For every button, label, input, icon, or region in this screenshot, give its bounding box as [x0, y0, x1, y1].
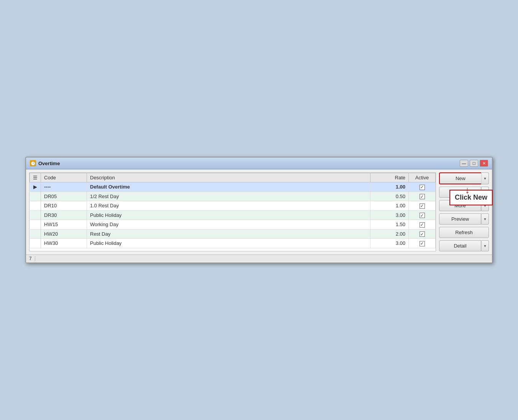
active-checkbox[interactable]: ✓ — [420, 231, 425, 237]
table-row[interactable]: ▶----Default Overtime1.00✓ — [30, 182, 436, 192]
active-cell: ✓ — [409, 239, 436, 248]
rate-cell: 1.50 — [370, 220, 409, 230]
rate-cell: 0.50 — [370, 192, 409, 201]
table-row[interactable]: DR051/2 Rest Day0.50✓ — [30, 192, 436, 201]
row-indicator — [30, 201, 41, 211]
refresh-button-group: Refresh — [439, 227, 489, 238]
main-window: 🕐 Overtime — □ ✕ ☰ — [25, 157, 493, 263]
row-indicator — [30, 239, 41, 248]
code-cell: DR10 — [41, 201, 87, 211]
table-row[interactable]: HW15Working Day1.50✓ — [30, 220, 436, 230]
main-content: ☰ Code Description Rate A — [26, 169, 492, 254]
active-checkbox[interactable]: ✓ — [420, 222, 425, 228]
detail-button-group: Detail ▼ — [439, 240, 489, 251]
code-cell: HW20 — [41, 229, 87, 239]
preview-button[interactable]: Preview — [439, 213, 481, 225]
code-cell: ---- — [41, 182, 87, 192]
col-active[interactable]: Active — [409, 173, 436, 182]
preview-button-group: Preview ▼ — [439, 213, 489, 225]
new-button-group: New ▼ — [439, 172, 489, 184]
col-indicator: ☰ — [30, 173, 41, 182]
click-new-text: Click New — [455, 194, 487, 201]
maximize-button[interactable]: □ — [470, 160, 478, 167]
new-dropdown-arrow[interactable]: ▼ — [481, 172, 489, 184]
active-cell: ✓ — [409, 182, 436, 192]
description-header: Description — [90, 175, 115, 180]
active-checkbox[interactable]: ✓ — [420, 185, 425, 190]
new-button[interactable]: New — [439, 172, 481, 184]
code-cell: DR05 — [41, 192, 87, 201]
active-checkbox[interactable]: ✓ — [420, 194, 425, 199]
row-indicator — [30, 229, 41, 239]
sort-icon: ☰ — [33, 175, 38, 180]
col-description[interactable]: Description — [87, 173, 370, 182]
active-checkbox[interactable]: ✓ — [420, 241, 425, 246]
row-indicator — [30, 210, 41, 220]
description-cell: Default Overtime — [87, 182, 370, 192]
description-cell: Working Day — [87, 220, 370, 230]
description-cell: 1.0 Rest Day — [87, 201, 370, 211]
active-checkbox[interactable]: ✓ — [420, 203, 425, 209]
status-bar: 7 — [26, 254, 492, 262]
code-cell: HW30 — [41, 239, 87, 248]
table-row[interactable]: DR30Public Holiday3.00✓ — [30, 210, 436, 220]
preview-dropdown-arrow[interactable]: ▼ — [481, 213, 489, 225]
active-checkbox[interactable]: ✓ — [420, 213, 425, 218]
title-bar-left: 🕐 Overtime — [30, 160, 60, 166]
active-cell: ✓ — [409, 210, 436, 220]
detail-dropdown-arrow[interactable]: ▼ — [481, 240, 489, 251]
active-cell: ✓ — [409, 201, 436, 211]
title-bar: 🕐 Overtime — □ ✕ — [26, 158, 492, 169]
record-count: 7 — [29, 256, 35, 261]
detail-button[interactable]: Detail — [439, 240, 481, 251]
minimize-button[interactable]: — — [460, 160, 468, 167]
sidebar: New ▼ ↓ Click New Edit ▼ More ▼ Preview — [439, 172, 489, 251]
description-cell: Rest Day — [87, 229, 370, 239]
active-header: Active — [415, 175, 429, 180]
rate-cell: 3.00 — [370, 210, 409, 220]
app-icon-symbol: 🕐 — [31, 161, 35, 166]
code-cell: DR30 — [41, 210, 87, 220]
table-row[interactable]: HW30Public Holiday3.00✓ — [30, 239, 436, 248]
table-row[interactable]: DR101.0 Rest Day1.00✓ — [30, 201, 436, 211]
rate-header: Rate — [395, 175, 405, 180]
code-cell: HW15 — [41, 220, 87, 230]
refresh-button[interactable]: Refresh — [439, 227, 489, 238]
app-icon: 🕐 — [30, 160, 36, 166]
active-cell: ✓ — [409, 229, 436, 239]
annotation-arrow: ↓ — [465, 185, 470, 195]
table-area: ☰ Code Description Rate A — [29, 172, 436, 251]
rate-cell: 3.00 — [370, 239, 409, 248]
rate-cell: 1.00 — [370, 182, 409, 192]
active-cell: ✓ — [409, 220, 436, 230]
row-indicator: ▶ — [30, 182, 41, 192]
col-code[interactable]: Code — [41, 173, 87, 182]
overtime-table: ☰ Code Description Rate A — [30, 173, 436, 248]
row-indicator — [30, 220, 41, 230]
close-button[interactable]: ✕ — [480, 160, 488, 167]
rate-cell: 1.00 — [370, 201, 409, 211]
click-new-annotation: Click New — [449, 190, 493, 205]
row-indicator — [30, 192, 41, 201]
rate-cell: 2.00 — [370, 229, 409, 239]
active-cell: ✓ — [409, 192, 436, 201]
description-cell: 1/2 Rest Day — [87, 192, 370, 201]
description-cell: Public Holiday — [87, 239, 370, 248]
table-row[interactable]: HW20Rest Day2.00✓ — [30, 229, 436, 239]
code-header: Code — [44, 175, 56, 180]
description-cell: Public Holiday — [87, 210, 370, 220]
window-title: Overtime — [38, 161, 60, 166]
col-rate[interactable]: Rate — [370, 173, 409, 182]
window-controls: — □ ✕ — [460, 160, 488, 167]
